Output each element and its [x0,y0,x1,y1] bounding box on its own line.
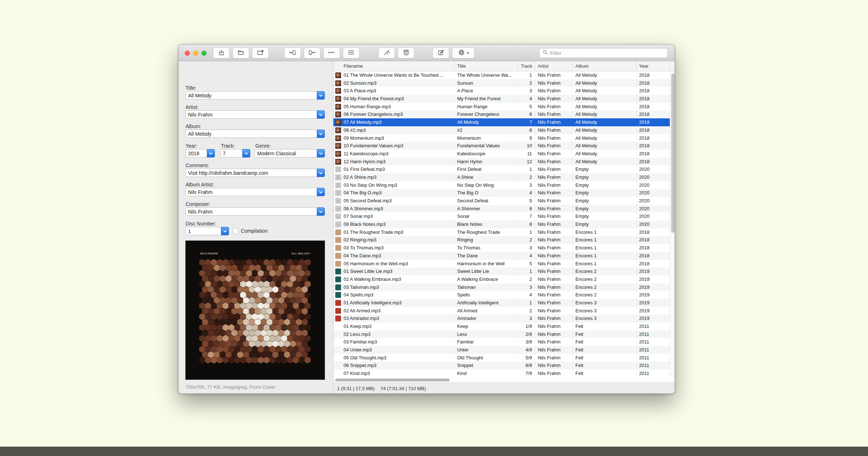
album-field[interactable]: All Melody [186,130,325,138]
table-row[interactable]: 07 All Melody.mp3All Melody7Nils FrahmAl… [333,118,670,126]
cell-title: Harm Hymn [455,158,518,166]
table-row[interactable]: 10 Fundamental Values.mp3Fundamental Val… [333,142,670,150]
table-row[interactable]: ♪08 Black Notes.mp3Black Notes8Nils Frah… [333,220,670,228]
minimize-button[interactable] [193,51,198,56]
table-row[interactable]: 04 The Dane.mp3The Dane4Nils FrahmEncore… [333,252,670,260]
filter-input[interactable]: Filter [539,48,668,58]
web-sources-button[interactable]: ▾ [452,47,475,59]
table-row[interactable]: 06 Forever Changeless.mp3Forever Changel… [333,110,670,118]
comment-field[interactable]: Visit http://nilsfrahm.bandcamp.com [186,169,325,177]
column-header-track[interactable]: Track [518,61,535,71]
table-row[interactable]: 09 Momentum.mp3Momentum9Nils FrahmAll Me… [333,134,670,142]
composer-dropdown-button[interactable] [317,207,325,216]
table-row[interactable]: ♪05 Second Defeat.mp3Second Defeat5Nils … [333,197,670,205]
cell-track: 1 [518,165,535,173]
table-row[interactable]: 02 Less.mp3Less2/9Nils FrahmFelt2011 [333,330,670,338]
cell-title: Ringing [455,236,518,244]
tag-to-tag-button[interactable] [323,47,340,59]
compilation-checkbox[interactable] [233,228,238,234]
disc-number-dropdown-button[interactable] [221,227,229,235]
year-field[interactable]: 2018 [186,149,215,157]
horizontal-scrollbar[interactable] [333,377,675,383]
cell-year: 2020 [637,212,670,220]
table-row[interactable]: 03 To Thomas.mp3To Thomas3Nils FrahmEnco… [333,244,670,252]
table-row[interactable]: 01 Keep.mp3Keep1/9Nils FrahmFelt2011 [333,322,670,330]
table-row[interactable]: ♪04 The Big O.mp3The Big O4Nils FrahmEmp… [333,189,670,197]
table-row[interactable]: ♪03 No Step On Wing.mp3No Step On Wing3N… [333,181,670,189]
cell-artist: Nils Frahm [535,79,573,87]
track-field[interactable]: 7 [220,149,250,157]
table-row[interactable]: ♪01 First Defeat.mp3First Defeat1Nils Fr… [333,165,670,173]
table-row[interactable]: 02 A Walking Embrace.mp3A Walking Embrac… [333,275,670,283]
horizontal-scrollbar-thumb[interactable] [335,379,450,381]
vertical-scrollbar[interactable] [670,71,675,377]
table-row[interactable]: 03 A Place.mp3A Place3Nils FrahmAll Melo… [333,87,670,95]
genre-field[interactable]: Modern Classical [255,149,325,157]
table-row[interactable]: 04 Spells.mp3Spells4Nils FrahmEncores 22… [333,291,670,299]
column-header-filename[interactable]: Filename [333,61,455,71]
album-artist-field[interactable]: Nils Frahm [186,188,325,196]
table-row[interactable]: 12 Harm Hymn.mp3Harm Hymn12Nils FrahmAll… [333,158,670,166]
table-row[interactable]: 03 Amirador.mp3Amirador3Nils FrahmEncore… [333,314,670,322]
cell-filename: 02 A Shine.mp3 [333,173,455,181]
table-row[interactable]: 04 Unter.mp3Unter4/9Nils FrahmFelt2011 [333,346,670,354]
column-header-album[interactable]: Album [573,61,637,71]
album-dropdown-button[interactable] [317,130,325,138]
close-button[interactable] [185,51,190,56]
cell-title: Human Range [455,103,518,111]
table-row[interactable]: 05 Old Thought.mp3Old Thought5/9Nils Fra… [333,354,670,362]
title-field[interactable]: All Melody [186,91,325,100]
table-row[interactable]: 02 All Armed.mp3All Armed2Nils FrahmEnco… [333,307,670,315]
save-button[interactable] [213,47,230,59]
album-artwork[interactable] [186,241,325,380]
table-row[interactable]: 05 Harmonium in the Well.mp3Harmonium in… [333,260,670,268]
table-row[interactable]: ♪02 A Shine.mp3A Shine2Nils FrahmEmpty20… [333,173,670,181]
table-row[interactable]: 07 Kind.mp3Kind7/9Nils FrahmFelt2011 [333,370,670,377]
title-dropdown-button[interactable] [317,91,325,100]
table-row[interactable]: 08 #2.mp3#28Nils FrahmAll Melody2018 [333,126,670,134]
year-dropdown-button[interactable] [207,149,215,157]
table-row[interactable]: ♪06 A Shimmer.mp3A Shimmer6Nils FrahmEmp… [333,205,670,213]
search-icon [542,50,548,56]
table-row[interactable]: 02 Ringing.mp3Ringing2Nils FrahmEncores … [333,236,670,244]
filename-to-tag-button[interactable] [284,47,301,59]
edit-tag-button[interactable] [433,47,449,59]
table-row[interactable]: 02 Sunson.mp3Sunson2Nils FrahmAll Melody… [333,79,670,87]
actions-button[interactable] [378,47,395,59]
cell-album: Encores 2 [573,283,637,291]
table-row[interactable]: 03 Familiar.mp3Familiar3/9Nils FrahmFelt… [333,338,670,346]
composer-field[interactable]: Nils Frahm [186,207,325,216]
disc-number-field[interactable]: 1 [186,227,229,235]
table-row[interactable]: 06 Snippet.mp3Snippet6/9Nils FrahmFelt20… [333,362,670,370]
table-row[interactable]: 03 Talisman.mp3Talisman3Nils FrahmEncore… [333,283,670,291]
table-row[interactable]: 01 Sweet Little Lie.mp3Sweet Little Lie1… [333,267,670,275]
zoom-button[interactable] [201,51,207,56]
vertical-scrollbar-thumb[interactable] [671,73,675,233]
table-row[interactable]: 01 The Roughest Trade.mp3The Roughest Tr… [333,228,670,236]
cell-album: All Melody [573,142,637,150]
column-header-artist[interactable]: Artist [535,61,573,71]
table-row[interactable]: ♪07 Sonar.mp3Sonar7Nils FrahmEmpty2020 [333,212,670,220]
open-folder-button[interactable] [233,47,249,59]
cell-track: 8 [518,220,535,228]
extras-button[interactable] [398,47,414,59]
table-row[interactable]: 01 The Whole Universe Wants to Be Touche… [333,71,670,79]
change-folder-button[interactable] [252,47,269,59]
cell-track: 4/9 [518,346,535,354]
comment-dropdown-button[interactable] [317,169,325,177]
artist-dropdown-button[interactable] [317,110,325,119]
artist-field[interactable]: Nils Frahm [186,110,325,119]
cell-filename: 08 Black Notes.mp3 [333,220,455,228]
cell-track: 2 [518,275,535,283]
table-row[interactable]: 11 Kaleidoscope.mp3Kaleidoscope11Nils Fr… [333,150,670,158]
track-list-button[interactable] [343,47,359,59]
table-row[interactable]: 01 Artificially Intelligent.mp3Artificia… [333,299,670,307]
column-header-title[interactable]: Title [455,61,518,71]
column-header-year[interactable]: Year [637,61,670,71]
genre-dropdown-button[interactable] [317,149,325,157]
track-dropdown-button[interactable] [242,149,250,157]
tag-to-filename-button[interactable] [304,47,320,59]
album-artist-dropdown-button[interactable] [317,188,325,196]
table-row[interactable]: 05 Human Range.mp3Human Range5Nils Frahm… [333,103,670,111]
table-row[interactable]: 04 My Friend the Forest.mp3My Friend the… [333,95,670,103]
